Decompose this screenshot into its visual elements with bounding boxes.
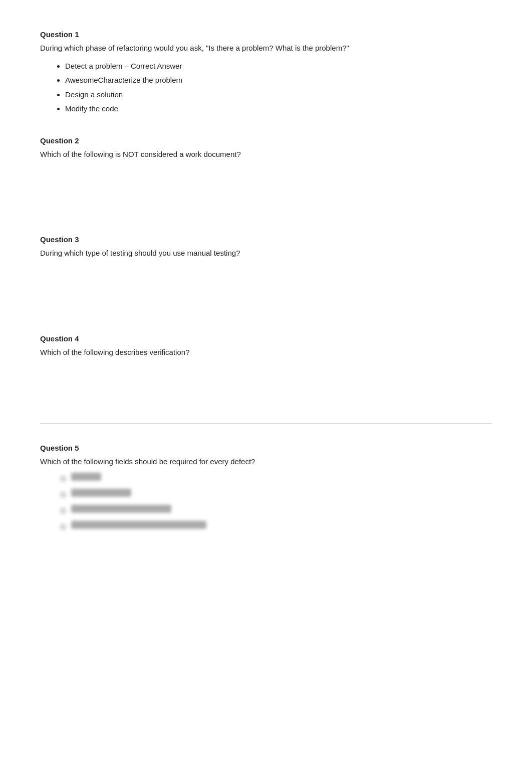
question-4-text: Which of the following describes verific… <box>40 347 492 358</box>
blurred-text-1 <box>71 473 101 481</box>
blurred-text-4 <box>71 521 206 529</box>
question-3-spacer <box>40 264 492 314</box>
question-4-spacer <box>40 363 492 413</box>
blurred-text-3 <box>71 505 171 513</box>
blurred-row-1 <box>60 473 492 485</box>
question-5: Question 5 Which of the following fields… <box>40 444 492 533</box>
blurred-row-3 <box>60 505 492 517</box>
divider-q4 <box>40 423 492 424</box>
question-5-blurred-answers <box>40 473 492 533</box>
question-2-spacer <box>40 165 492 215</box>
question-4-title: Question 4 <box>40 334 492 343</box>
question-4: Question 4 Which of the following descri… <box>40 334 492 424</box>
radio-icon <box>60 476 66 482</box>
radio-icon <box>60 524 66 530</box>
radio-icon <box>60 508 66 514</box>
list-item: Modify the code <box>65 102 492 116</box>
question-1-answers: Detect a problem – Correct Answer Awesom… <box>40 59 492 116</box>
question-2-title: Question 2 <box>40 136 492 145</box>
question-5-text: Which of the following fields should be … <box>40 456 492 468</box>
blurred-row-2 <box>60 489 492 501</box>
list-item: Design a solution <box>65 88 492 102</box>
question-1-title: Question 1 <box>40 30 492 39</box>
question-2: Question 2 Which of the following is NOT… <box>40 136 492 216</box>
list-item: Detect a problem – Correct Answer <box>65 59 492 74</box>
question-2-text: Which of the following is NOT considered… <box>40 149 492 160</box>
question-1: Question 1 During which phase of refacto… <box>40 30 492 116</box>
question-5-title: Question 5 <box>40 444 492 452</box>
list-item: AwesomeCharacterize the problem <box>65 73 492 88</box>
question-3-title: Question 3 <box>40 235 492 244</box>
blurred-row-4 <box>60 521 492 533</box>
question-3-text: During which type of testing should you … <box>40 248 492 259</box>
question-3: Question 3 During which type of testing … <box>40 235 492 314</box>
radio-icon <box>60 492 66 498</box>
question-1-text: During which phase of refactoring would … <box>40 43 492 54</box>
blurred-text-2 <box>71 489 131 497</box>
